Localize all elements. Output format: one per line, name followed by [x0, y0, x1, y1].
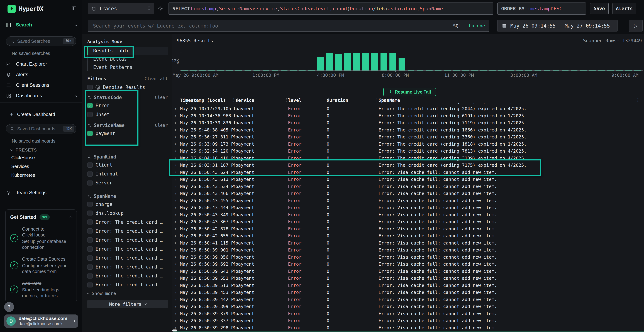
table-row[interactable]: ›May 26 8:50:39.298 PMpaymentError0Error… [173, 324, 642, 332]
table-row[interactable]: ›May 26 8:50:39.399 PMpaymentError0Error… [173, 303, 642, 310]
row-expand-chevron[interactable]: › [174, 104, 180, 104]
table-row[interactable]: ›May 26 8:50:43.455 PMpaymentError0Error… [173, 197, 642, 204]
table-options-icon[interactable]: ⋮ [636, 98, 640, 102]
column-resize-handle[interactable]: ⋮⋮ [323, 98, 330, 102]
column-header-duration[interactable]: duration [327, 98, 378, 103]
sidebar-item-dashboards[interactable]: Dashboards [0, 90, 82, 101]
analysis-mode-event-deltas[interactable]: Event Deltas [88, 55, 172, 63]
table-row[interactable]: ›May 26 10:10:39.836 PMpaymentError0Erro… [173, 119, 642, 126]
preset-services[interactable]: Services [0, 162, 82, 171]
table-row[interactable]: ›May 26 9:04:18.410 PMpaymentError0Error… [173, 155, 642, 162]
table-row[interactable]: ›May 26 8:50:43.624 PMpaymentError0Error… [173, 169, 642, 176]
column-resize-handle[interactable]: ⋮⋮ [284, 98, 292, 102]
row-expand-chevron[interactable]: › [174, 198, 180, 203]
sql-select-editor[interactable]: SELECT Timestamp, ServiceName as service… [168, 2, 494, 15]
language-lucene-option[interactable]: Lucene [469, 23, 485, 28]
source-settings-gear-icon[interactable] [158, 6, 164, 12]
table-row-partial[interactable]: ›May 26 10:21:15.163 PMpaymentError0Erro… [173, 104, 642, 105]
table-row[interactable]: ›May 26 8:50:43.444 PMpaymentError0Error… [173, 204, 642, 211]
preset-clickhouse[interactable]: ClickHouse [0, 153, 82, 162]
row-expand-chevron[interactable]: › [174, 276, 180, 281]
table-row[interactable]: ›May 26 8:50:42.655 PMpaymentError0Error… [173, 232, 642, 240]
create-dashboard-button[interactable]: + Create Dashboard [0, 109, 82, 120]
filter-option-error-the-credit-card-[interactable]: Error: The credit card … [87, 281, 172, 288]
search-icon[interactable] [87, 155, 91, 159]
table-row[interactable]: ›May 26 8:50:39.513 PMpaymentError0Error… [173, 282, 642, 289]
row-expand-chevron[interactable]: › [174, 283, 180, 288]
table-row[interactable]: ›May 26 9:03:31.187 PMpaymentError0Error… [173, 162, 642, 169]
checkbox-unchecked[interactable] [87, 112, 93, 117]
analysis-mode-event-patterns[interactable]: Event Patterns [88, 63, 172, 71]
table-row[interactable]: ›May 26 8:50:43.534 PMpaymentError0Error… [173, 183, 642, 190]
sidebar-item-alerts[interactable]: Alerts [0, 70, 82, 80]
sidebar-collapse-icon[interactable] [72, 6, 77, 12]
help-button[interactable]: ? [4, 302, 14, 312]
language-sql-option[interactable]: SQL [453, 23, 461, 28]
column-resize-handle[interactable]: ⋮⋮ [375, 98, 382, 102]
checkbox-unchecked[interactable] [87, 180, 93, 186]
preset-kubernetes[interactable]: Kubernetes [0, 171, 82, 180]
row-expand-chevron[interactable]: › [174, 184, 180, 189]
checkbox-unchecked[interactable] [87, 228, 93, 234]
table-row[interactable]: ›May 26 8:50:42.878 PMpaymentError0Error… [173, 226, 642, 232]
chevron-up-icon[interactable] [75, 22, 77, 28]
denoise-results-checkbox-row[interactable]: Denoise Results [87, 84, 172, 91]
table-row[interactable]: ›May 26 8:50:39.379 PMpaymentError0Error… [173, 310, 642, 317]
filter-group-clear-link[interactable]: Clear [155, 123, 168, 128]
row-expand-chevron[interactable]: › [174, 318, 180, 323]
table-row[interactable]: ›May 26 9:33:09.173 PMpaymentError0Error… [173, 140, 642, 148]
filter-option-error-the-credit-card-[interactable]: Error: The credit card … [87, 218, 172, 226]
checkbox-unchecked[interactable] [87, 210, 93, 216]
checkbox-checked[interactable]: ✓ [87, 131, 93, 136]
row-expand-chevron[interactable]: › [174, 219, 180, 224]
saved-searches-input[interactable]: Saved Searches ⌘K [6, 36, 76, 46]
column-header-level[interactable]: level [288, 98, 327, 103]
checkbox-unchecked[interactable] [87, 237, 93, 243]
checkbox-unchecked[interactable] [87, 273, 93, 278]
alerts-button[interactable]: Alerts [612, 3, 636, 14]
sidebar-item-chart-explorer[interactable]: Chart Explorer [0, 59, 82, 70]
filter-option-dns-lookup[interactable]: dns.lookup [87, 210, 172, 217]
row-expand-chevron[interactable]: › [174, 120, 180, 126]
filter-option-client[interactable]: Client [87, 161, 172, 168]
get-started-header[interactable]: Get Started 3/3 [10, 214, 72, 220]
table-row[interactable]: ›May 26 8:50:41.115 PMpaymentError0Error… [173, 240, 642, 247]
run-query-button[interactable]: ▷ [629, 20, 642, 32]
table-row[interactable]: ›May 26 9:32:54.120 PMpaymentError0Error… [173, 148, 642, 155]
search-input[interactable] [88, 20, 489, 32]
checkbox-unchecked[interactable] [87, 220, 93, 225]
table-row[interactable]: ›May 26 8:50:39.692 PMpaymentError0Error… [173, 261, 642, 268]
search-icon[interactable] [87, 96, 91, 100]
table-row[interactable]: ›May 26 8:50:39.337 PMpaymentError0Error… [173, 317, 642, 324]
table-row[interactable]: ›May 26 8:50:39.551 PMpaymentError0Error… [173, 275, 642, 282]
row-expand-chevron[interactable]: › [174, 170, 180, 175]
row-expand-chevron[interactable]: › [174, 149, 180, 154]
table-row[interactable]: ›May 26 8:50:39.442 PMpaymentError0Error… [173, 296, 642, 303]
column-header-service[interactable]: service [236, 98, 288, 103]
clear-all-filters-link[interactable]: Clear all [144, 76, 168, 81]
row-expand-chevron[interactable]: › [174, 254, 180, 260]
filter-option-charge[interactable]: charge [87, 201, 172, 208]
filter-option-error-the-credit-card-[interactable]: Error: The credit card … [87, 246, 172, 252]
resume-live-tail-button[interactable]: Resume Live Tail [383, 88, 436, 96]
row-expand-chevron[interactable]: › [174, 191, 180, 196]
filter-option-error-the-credit-card-[interactable]: Error: The credit card … [87, 236, 172, 244]
analysis-mode-results-table[interactable]: Results Table [88, 47, 168, 55]
filter-option-error-the-credit-card-[interactable]: Error: The credit card … [87, 263, 172, 270]
table-row[interactable]: ›May 26 8:50:39.901 PMpaymentError0Error… [173, 246, 642, 254]
row-expand-chevron[interactable]: › [174, 248, 180, 252]
get-started-step[interactable]: ✓Connect to ClickHouseSet up your databa… [10, 226, 72, 250]
column-header-spanname[interactable]: SpanName [378, 98, 642, 103]
checkbox-unchecked[interactable] [87, 282, 93, 288]
table-row[interactable]: ›May 26 8:50:43.466 PMpaymentError0Error… [173, 190, 642, 197]
row-expand-chevron[interactable]: › [174, 226, 180, 231]
row-expand-chevron[interactable]: › [174, 113, 180, 118]
table-row[interactable]: ›May 26 8:50:39.641 PMpaymentError0Error… [173, 268, 642, 275]
filter-option-error-the-credit-card-[interactable]: Error: The credit card … [87, 254, 172, 262]
column-resize-handle[interactable]: ⋮⋮ [232, 98, 239, 102]
checkbox-unchecked[interactable] [87, 202, 93, 207]
checkbox-checked[interactable]: ✓ [87, 103, 93, 108]
row-expand-chevron[interactable]: › [174, 142, 180, 146]
table-row[interactable]: ›May 26 10:14:36.963 PMpaymentError0Erro… [173, 112, 642, 120]
row-expand-chevron[interactable]: › [174, 106, 180, 111]
